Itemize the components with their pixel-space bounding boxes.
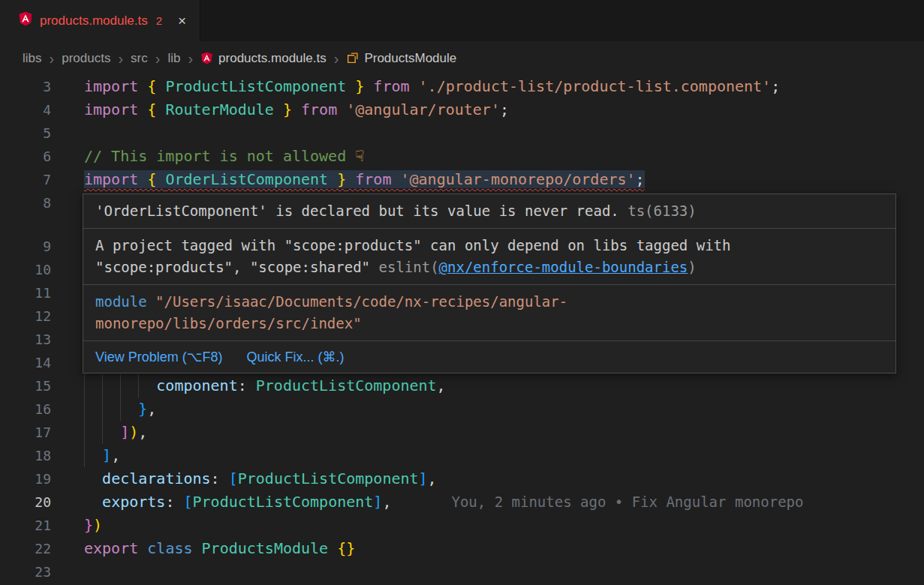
quick-fix-action[interactable]: Quick Fix... (⌘.): [246, 347, 344, 367]
code-line[interactable]: import { OrderListComponent } from '@ang…: [68, 168, 924, 191]
code-token: ts(6133): [619, 202, 697, 219]
line-number: 10: [0, 258, 68, 281]
breadcrumb-separator-icon: ›: [188, 51, 193, 66]
breadcrumb-separator-icon: ›: [155, 51, 161, 66]
line-number: 13: [0, 328, 68, 351]
hover-message-line: module "/Users/isaac/Documents/code/nx-r…: [95, 291, 883, 313]
code-row: 4import { RouterModule } from '@angular/…: [0, 98, 924, 122]
code-line[interactable]: ]),: [68, 421, 924, 444]
code-token: :: [211, 470, 229, 488]
code-line[interactable]: // This import is not allowed ☟: [68, 145, 924, 168]
hover-sections: 'OrderListComponent' is declared but its…: [83, 194, 895, 341]
code-token: ☟: [355, 147, 364, 165]
git-blame-annotation: You, 2 minutes ago • Fix Angular monorep…: [451, 494, 803, 510]
code-token: import: [84, 170, 147, 188]
code-token: {}: [337, 539, 355, 557]
code-token: {: [147, 170, 165, 188]
code-token: ,: [382, 493, 391, 511]
code-row: 17]),: [0, 421, 924, 444]
line-number: 15: [0, 374, 68, 398]
line-number: 22: [0, 537, 68, 560]
code-token: ;: [636, 170, 645, 188]
tab-close-icon[interactable]: ×: [178, 13, 186, 29]
code-row: 16},: [0, 398, 924, 421]
hover-message-line: A project tagged with "scope:products" c…: [95, 235, 883, 256]
breadcrumb-item-products[interactable]: products: [62, 51, 110, 66]
hover-message-line: 'OrderListComponent' is declared but its…: [95, 200, 883, 222]
code-token: ): [93, 516, 102, 534]
code-token: ,: [428, 470, 437, 488]
line-number: 5: [0, 122, 68, 145]
code-token: module: [95, 293, 147, 310]
breadcrumb-item-file[interactable]: products.module.ts: [200, 51, 327, 66]
code-token: {: [147, 77, 165, 95]
code-token: ;: [771, 77, 780, 95]
line-number: 4: [0, 98, 68, 122]
code-token: class: [147, 539, 201, 557]
code-line[interactable]: },: [68, 398, 924, 421]
hover-section: 'OrderListComponent' is declared but its…: [83, 194, 895, 229]
tab-products-module[interactable]: products.module.ts 2 ×: [0, 0, 200, 41]
breadcrumb-item-libs[interactable]: libs: [23, 51, 42, 66]
code-token: import: [84, 100, 147, 118]
code-row: 7import { OrderListComponent } from '@an…: [0, 168, 924, 191]
eslint-rule-link[interactable]: @nx/enforce-module-boundaries: [439, 259, 688, 275]
line-number: 23: [0, 560, 68, 584]
tab-bar: products.module.ts 2 ×: [0, 0, 924, 41]
code-token: :: [165, 493, 183, 511]
code-token: }: [84, 516, 93, 534]
code-token: ]: [102, 446, 111, 464]
code-token: // This import is not allowed: [84, 147, 355, 165]
hover-section: A project tagged with "scope:products" c…: [83, 229, 895, 285]
code-line[interactable]: exports: [ProductListComponent],You, 2 m…: [68, 490, 924, 514]
line-number: 16: [0, 398, 68, 421]
indent-guide: [84, 421, 102, 444]
code-token: }: [274, 100, 292, 118]
tab-label: products.module.ts: [40, 14, 148, 28]
code-token: '@angular-monorepo/orders': [400, 170, 635, 188]
code-token: {: [147, 100, 165, 118]
line-number: 14: [0, 351, 68, 374]
hover-section: module "/Users/isaac/Documents/code/nx-r…: [83, 285, 895, 341]
view-problem-action[interactable]: View Problem (⌥F8): [95, 347, 222, 367]
indent-guide: [102, 398, 120, 421]
code-line[interactable]: import { RouterModule } from '@angular/r…: [68, 98, 924, 122]
hover-message-line: "scope:products", "scope:shared" eslint(…: [95, 256, 883, 278]
tab-error-count-badge: 2: [156, 14, 162, 27]
code-token: ,: [111, 446, 120, 464]
hover-message-line: monorepo/libs/orders/src/index": [95, 313, 883, 334]
code-token: exports: [102, 493, 165, 511]
code-line[interactable]: export class ProductsModule {}: [68, 537, 924, 560]
breadcrumb-item-symbol[interactable]: ProductsModule: [346, 51, 456, 66]
line-number: 3: [0, 75, 68, 98]
code-line[interactable]: ],: [68, 444, 924, 467]
class-symbol-icon: [346, 52, 359, 64]
line-number: 19: [0, 467, 68, 490]
breadcrumb-item-lib[interactable]: lib: [167, 51, 180, 66]
code-token: A project tagged with "scope:products" c…: [95, 237, 730, 254]
code-line[interactable]: declarations: [ProductListComponent],: [68, 467, 924, 490]
code-line[interactable]: [68, 122, 924, 145]
line-number: 18: [0, 444, 68, 467]
code-line[interactable]: }): [68, 514, 924, 537]
code-row: 23: [0, 560, 924, 584]
code-token: ,: [147, 400, 156, 418]
line-number: 21: [0, 514, 68, 537]
code-line[interactable]: import { ProductListComponent } from './…: [68, 75, 924, 98]
code-token: ProductListComponent: [238, 470, 419, 488]
code-token: }: [138, 400, 147, 418]
code-token: ): [688, 259, 696, 275]
code-line[interactable]: [68, 560, 924, 584]
angular-icon: [200, 52, 213, 64]
breadcrumb-item-src[interactable]: src: [131, 51, 148, 66]
code-token: ProductListComponent: [193, 493, 374, 511]
code-token: [: [183, 493, 192, 511]
code-token: ): [129, 423, 138, 441]
code-token: ProductListComponent: [256, 376, 437, 394]
code-row: 22export class ProductsModule {}: [0, 537, 924, 560]
indent-guide: [84, 444, 102, 467]
code-line[interactable]: component: ProductListComponent,: [68, 374, 924, 398]
code-token: from: [364, 77, 418, 95]
code-row: 5: [0, 122, 924, 145]
code-token: "/Users/isaac/Documents/code/nx-recipes/…: [147, 293, 568, 310]
